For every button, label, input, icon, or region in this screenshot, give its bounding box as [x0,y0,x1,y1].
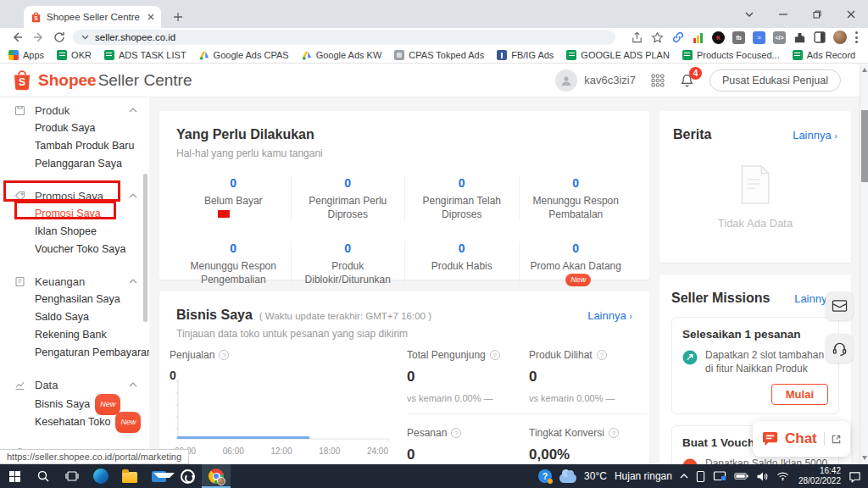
analytics-extension-icon[interactable] [692,31,704,44]
share-icon[interactable] [631,31,643,44]
sidebar-item-saldo-saya[interactable]: Saldo Saya [0,308,149,326]
explorer-taskbar-icon[interactable] [115,464,144,488]
sidebar-item-rekening-bank[interactable]: Rekening Bank [0,326,149,344]
todo-stat-menunggu-respon-pembatalan[interactable]: 0Menunggu Respon Pembatalan [519,176,633,221]
sidebar-item-pengaturan-pembayaran[interactable]: Pengaturan Pembayaran [0,344,149,362]
bookmark-fb-ig-ads[interactable]: FB/IG Ads [497,50,554,60]
todo-stat-produk-habis[interactable]: 0Produk Habis [404,241,519,286]
tag-extension-icon[interactable]: ≡ [753,31,765,44]
bookmark-ads-task-list[interactable]: ADS TASK LIST [104,50,186,60]
weather-desc[interactable]: Hujan ringan [615,470,672,482]
chrome-taskbar-icon[interactable] [202,464,231,488]
minimize-button[interactable] [766,0,800,28]
app-taskbar-icon[interactable] [173,464,202,488]
todo-stat-belum-bayar[interactable]: 0Belum Bayar [176,176,291,221]
tab-close-icon[interactable] [147,14,154,20]
todo-stat-menunggu-respon-pengembalian[interactable]: 0Menunggu Respon Pengembalian [176,241,291,286]
puzzle-extensions-icon[interactable] [793,31,806,44]
back-icon[interactable] [10,30,24,44]
shopee-logo[interactable]: S ShopeeSeller Centre [12,69,192,92]
code-extension-icon[interactable]: </> [773,31,786,44]
todo-stat-produk-diblokir-diturunkan[interactable]: 0Produk Diblokir/Diturunkan [291,241,405,286]
forward-icon[interactable] [32,30,46,44]
taskbar-search-button[interactable] [29,464,58,488]
task-view-button[interactable] [58,464,86,488]
todo-stat-promo-akan-datang[interactable]: 0Promo Akan DatangNew [519,241,633,286]
todo-stat-pengiriman-perlu-diproses[interactable]: 0Pengiriman Perlu Diproses [291,176,405,221]
tab-search-icon[interactable] [732,0,766,28]
restore-button[interactable] [800,0,834,28]
chrome-menu-icon[interactable] [854,31,858,43]
sidebar-item-bisnis-saya[interactable]: Bisnis SayaNew [0,394,149,412]
link-extension-icon[interactable] [671,31,684,44]
user-menu[interactable]: kav6c3izi7 [555,69,636,92]
sidebar-item-kesehatan-toko[interactable]: Kesehatan TokoNew [0,412,149,430]
help-icon[interactable] [597,350,607,360]
reload-icon[interactable] [53,30,66,44]
mulai-button[interactable]: Mulai [771,384,828,405]
sidebar-section-header-keuangan[interactable]: Keuangan [0,272,149,291]
bookmark-products-focused[interactable]: Products Focused... [682,50,780,60]
close-window-button[interactable] [834,0,868,28]
volume-tray-icon[interactable] [756,471,769,482]
bookmark-google-ads-kw[interactable]: Google Ads KW [302,50,382,60]
start-button[interactable] [0,464,29,488]
sidebar-scrollbar-thumb[interactable] [143,174,147,322]
page-scrollbar-thumb[interactable] [861,110,868,182]
apps-grid-icon[interactable] [651,74,665,87]
reading-list-icon[interactable] [814,31,826,43]
page-scrollbar[interactable] [860,64,868,464]
tray-chevron-icon[interactable] [680,471,688,480]
bookmark-star-icon[interactable] [651,31,664,44]
help-icon[interactable] [609,428,619,438]
help-tray-icon[interactable]: ? [538,469,552,483]
sidebar-item-pelanggaran-saya[interactable]: Pelanggaran Saya [0,155,149,173]
edu-center-button[interactable]: Pusat Edukasi Penjual [709,69,841,92]
chat-widget[interactable]: Chat [753,421,850,457]
bookmark-okr[interactable]: OKR [57,50,92,60]
scroll-up-arrow[interactable] [862,68,867,72]
address-bar[interactable]: seller.shopee.co.id [73,30,615,45]
weather-cloud-icon[interactable] [559,474,576,483]
sidebar-item-tambah-produk-baru[interactable]: Tambah Produk Baru [0,137,149,155]
sidebar-item-iklan-shopee[interactable]: Iklan Shopee [0,223,149,241]
display-tray-icon[interactable] [713,470,726,482]
support-headset-button[interactable] [826,334,853,363]
tablet-tray-icon[interactable] [696,470,705,483]
bookmark-google-ads-cpas[interactable]: Google Ads CPAS [199,50,289,60]
battery-tray-icon[interactable] [734,472,748,480]
popout-icon[interactable] [831,434,842,445]
weather-temp[interactable]: 30°C [584,470,607,482]
mission-card-selesaikan-1-pesanan[interactable]: Selesaikan 1 pesananDapatkan 2 slot tamb… [671,317,839,414]
sidebar-item-produk-saya[interactable]: Produk Saya [0,119,149,137]
bookmark-google-ads-plan[interactable]: GOOGLE ADS PLAN [566,50,670,60]
fb-extension-icon[interactable]: fb [732,31,745,44]
sidebar-item-voucher-toko-saya[interactable]: Voucher Toko Saya [0,241,149,258]
help-icon[interactable] [490,350,500,360]
network-tray-icon[interactable] [776,471,789,481]
browser-tab[interactable]: S Shopee Seller Centre [24,6,161,28]
url-text[interactable]: seller.shopee.co.id [95,32,175,42]
sidebar-item-penghasilan-saya[interactable]: Penghasilan Saya [0,291,149,308]
action-center-icon[interactable] [849,470,861,483]
profile-avatar[interactable] [833,30,847,44]
k-extension-icon[interactable]: K [712,31,725,44]
business-more-link[interactable]: Lainnya › [587,309,632,322]
sidebar-section-header-data[interactable]: Data [0,375,149,394]
help-icon[interactable] [219,350,229,360]
taskbar-clock[interactable]: 16:42 28/02/2022 [798,466,841,486]
new-tab-button[interactable] [170,8,186,25]
bookmark-cpas-tokped-ads[interactable]: CPAS Tokped Ads [394,50,484,60]
mail-taskbar-icon[interactable] [144,464,173,488]
bookmark-ads-record[interactable]: Ads Record [793,50,855,60]
notification-bell-icon[interactable]: 4 [680,73,694,88]
help-icon[interactable] [451,428,461,438]
feedback-mail-button[interactable] [826,291,853,320]
todo-stat-pengiriman-telah-diproses[interactable]: 0Pengiriman Telah Diproses [404,176,519,221]
sidebar-section-header-produk[interactable]: Produk [0,101,149,119]
bookmark-apps[interactable]: Apps [8,50,44,60]
site-info-chevron-icon[interactable] [81,35,89,40]
scroll-down-arrow[interactable] [862,456,867,460]
edge-taskbar-icon[interactable] [86,464,115,488]
berita-more-link[interactable]: Lainnya › [793,129,837,141]
